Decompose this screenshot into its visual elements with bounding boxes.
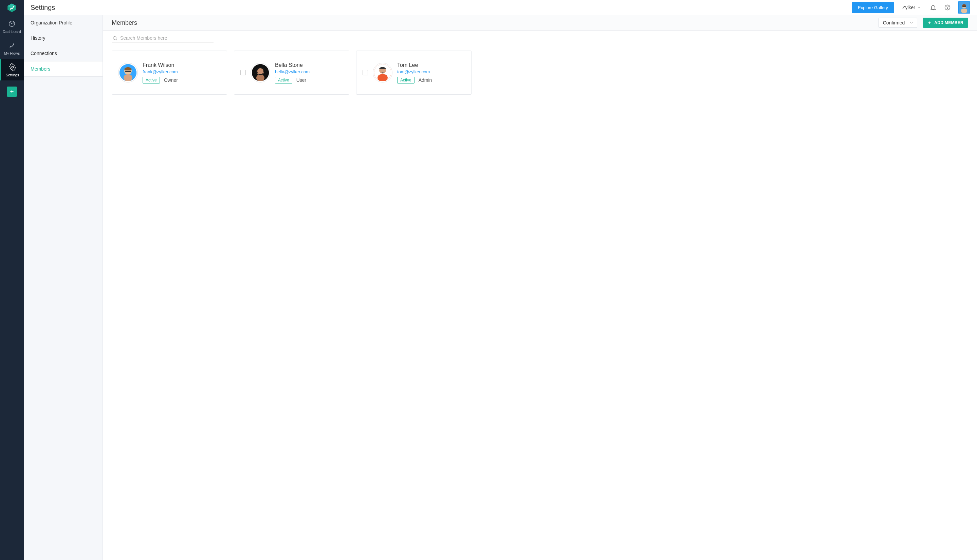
- member-email[interactable]: frank@zylker.com: [143, 69, 178, 74]
- member-avatar: [373, 63, 392, 82]
- user-avatar[interactable]: [958, 2, 970, 13]
- members-grid: Frank Wilson frank@zylker.com Active Own…: [103, 42, 977, 103]
- search-icon: [112, 36, 117, 41]
- nav-label-settings: Settings: [6, 73, 19, 77]
- add-member-button[interactable]: ADD MEMBER: [923, 18, 968, 28]
- nav-item-dashboard[interactable]: Dashboard: [0, 15, 24, 37]
- search-box: [112, 34, 213, 42]
- svg-rect-15: [961, 9, 967, 13]
- nav-rail: Dashboard My Flows Settings: [0, 0, 24, 560]
- member-role: Admin: [418, 77, 432, 83]
- member-avatar: [250, 63, 270, 82]
- page-title: Settings: [24, 4, 103, 12]
- svg-point-12: [947, 8, 947, 9]
- chevron-down-icon: [917, 5, 921, 10]
- sidebar-item-history[interactable]: History: [24, 30, 103, 46]
- svg-point-8: [12, 66, 13, 68]
- status-badge: Active: [143, 77, 160, 83]
- member-name: Bella Stone: [275, 62, 310, 68]
- nav-label-flows: My Flows: [4, 51, 20, 55]
- add-member-label: ADD MEMBER: [934, 20, 964, 25]
- member-card: Bella Stone bella@zylker.com Active User: [234, 50, 349, 95]
- add-flow-button[interactable]: [7, 87, 17, 97]
- svg-rect-24: [125, 71, 131, 72]
- nav-item-settings[interactable]: Settings: [0, 59, 24, 80]
- search-input[interactable]: [120, 35, 213, 41]
- svg-point-19: [113, 36, 117, 39]
- svg-rect-16: [962, 6, 966, 7]
- topbar: Settings Explore Gallery Zylker: [24, 0, 977, 15]
- plus-icon: [927, 21, 932, 25]
- member-role: User: [296, 77, 307, 83]
- nav-item-flows[interactable]: My Flows: [0, 37, 24, 59]
- svg-rect-27: [256, 75, 265, 81]
- svg-line-20: [116, 39, 117, 40]
- members-title: Members: [112, 19, 137, 27]
- help-icon[interactable]: [944, 4, 951, 11]
- members-header: Members Confirmed ADD MEMBER: [103, 15, 977, 30]
- svg-line-4: [10, 22, 12, 24]
- member-email[interactable]: tom@zylker.com: [397, 69, 432, 74]
- member-role: Owner: [164, 77, 178, 83]
- sidebar-item-org-profile[interactable]: Organization Profile: [24, 15, 103, 30]
- svg-line-6: [13, 22, 13, 22]
- member-checkbox[interactable]: [240, 70, 246, 75]
- svg-point-28: [257, 68, 263, 74]
- status-badge: Active: [275, 77, 292, 83]
- member-avatar: [118, 63, 138, 82]
- status-filter-value: Confirmed: [883, 20, 905, 25]
- chevron-down-icon: [909, 21, 914, 25]
- status-filter-select[interactable]: Confirmed: [879, 18, 918, 28]
- svg-rect-30: [377, 74, 388, 81]
- sidebar-item-connections[interactable]: Connections: [24, 46, 103, 61]
- svg-rect-23: [123, 74, 132, 81]
- explore-gallery-button[interactable]: Explore Gallery: [852, 2, 894, 13]
- member-name: Frank Wilson: [143, 62, 178, 68]
- notifications-icon[interactable]: [929, 4, 937, 11]
- member-name: Tom Lee: [397, 62, 432, 68]
- status-badge: Active: [397, 77, 415, 83]
- member-email[interactable]: bella@zylker.com: [275, 69, 310, 74]
- org-switcher[interactable]: Zylker: [902, 5, 921, 10]
- nav-label-dashboard: Dashboard: [3, 30, 21, 33]
- main-content: Members Confirmed ADD MEMBER: [103, 15, 977, 560]
- org-name: Zylker: [902, 5, 915, 10]
- app-logo: [0, 0, 24, 15]
- settings-sidebar: Organization Profile History Connections…: [24, 15, 103, 560]
- member-card: Tom Lee tom@zylker.com Active Admin: [356, 50, 472, 95]
- member-card: Frank Wilson frank@zylker.com Active Own…: [112, 50, 227, 95]
- sidebar-item-members[interactable]: Members: [24, 61, 103, 77]
- member-checkbox[interactable]: [363, 70, 368, 75]
